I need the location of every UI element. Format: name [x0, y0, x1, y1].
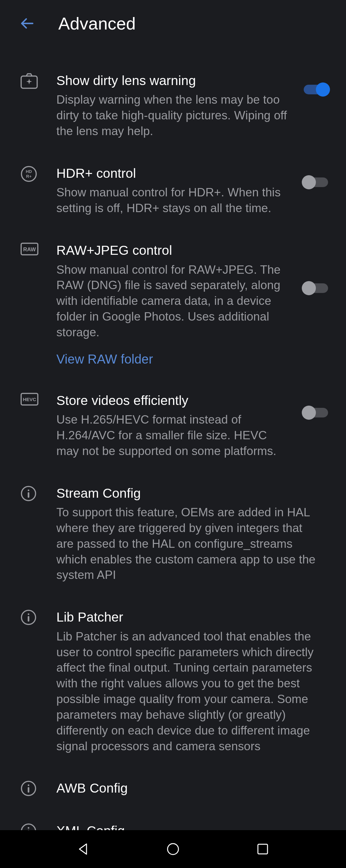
- raw-jpeg-switch[interactable]: [302, 280, 330, 296]
- android-navbar: [0, 830, 346, 868]
- svg-text:R+: R+: [26, 174, 32, 179]
- svg-text:HEVC: HEVC: [23, 397, 36, 402]
- hevc-switch[interactable]: [302, 405, 330, 421]
- back-button[interactable]: [15, 12, 38, 35]
- svg-rect-11: [28, 492, 30, 498]
- info-icon: [21, 609, 37, 625]
- svg-text:HD: HD: [26, 169, 32, 174]
- setting-title: Lib Patcher: [57, 609, 320, 625]
- setting-desc: Show manual control for RAW+JPEG. The RA…: [57, 262, 290, 340]
- setting-title: Store videos efficiently: [57, 392, 290, 409]
- setting-raw-jpeg[interactable]: RAW RAW+JPEG control Show manual control…: [0, 226, 346, 377]
- view-raw-folder-link[interactable]: View RAW folder: [57, 352, 153, 367]
- setting-desc: To support this feature, OEMs are added …: [57, 505, 320, 583]
- setting-hevc[interactable]: HEVC Store videos efficiently Use H.265/…: [0, 377, 346, 469]
- raw-icon: RAW: [21, 243, 38, 255]
- setting-desc: Lib Patcher is an advanced tool that ena…: [57, 629, 320, 754]
- header: Advanced: [0, 0, 346, 46]
- svg-rect-17: [28, 787, 30, 793]
- info-icon: [21, 486, 37, 501]
- setting-desc: Display warning when the lens may be too…: [57, 92, 290, 139]
- setting-dirty-lens[interactable]: Show dirty lens warning Display warning …: [0, 62, 346, 150]
- triangle-back-icon: [76, 842, 90, 856]
- setting-title: Show dirty lens warning: [57, 72, 290, 89]
- setting-lib-patcher[interactable]: Lib Patcher Lib Patcher is an advanced t…: [0, 593, 346, 764]
- svg-point-13: [28, 614, 30, 615]
- hdr-plus-icon: HD R+: [21, 165, 37, 182]
- setting-stream-config[interactable]: Stream Config To support this feature, O…: [0, 469, 346, 594]
- svg-point-16: [28, 784, 30, 786]
- settings-list: Show dirty lens warning Display warning …: [0, 46, 346, 849]
- page-title: Advanced: [58, 13, 136, 33]
- setting-hdr-plus[interactable]: HD R+ HDR+ control Show manual control f…: [0, 150, 346, 226]
- nav-home-button[interactable]: [154, 830, 192, 868]
- svg-text:RAW: RAW: [23, 246, 36, 252]
- setting-title: Stream Config: [57, 485, 320, 501]
- square-recent-icon: [256, 843, 269, 856]
- arrow-left-icon: [19, 16, 35, 31]
- svg-rect-22: [258, 844, 268, 854]
- svg-point-21: [168, 844, 178, 855]
- dirty-lens-switch[interactable]: [302, 82, 330, 97]
- setting-desc: Show manual control for HDR+. When this …: [57, 185, 290, 216]
- setting-title: HDR+ control: [57, 165, 290, 182]
- svg-point-10: [28, 489, 30, 491]
- svg-point-19: [28, 827, 30, 829]
- info-icon: [21, 780, 37, 797]
- hevc-icon: HEVC: [21, 393, 38, 406]
- nav-recent-button[interactable]: [243, 830, 282, 868]
- nav-back-button[interactable]: [64, 830, 103, 868]
- dirty-lens-icon: [21, 73, 38, 89]
- setting-title: RAW+JPEG control: [57, 242, 290, 259]
- svg-rect-14: [28, 616, 30, 622]
- circle-home-icon: [166, 842, 180, 856]
- setting-title: AWB Config: [57, 780, 329, 797]
- settings-page: Advanced Show dirty lens warning Display…: [0, 0, 346, 868]
- setting-desc: Use H.265/HEVC format instead of H.264/A…: [57, 412, 290, 459]
- setting-awb-config[interactable]: AWB Config: [0, 764, 346, 807]
- hdr-plus-switch[interactable]: [302, 175, 330, 190]
